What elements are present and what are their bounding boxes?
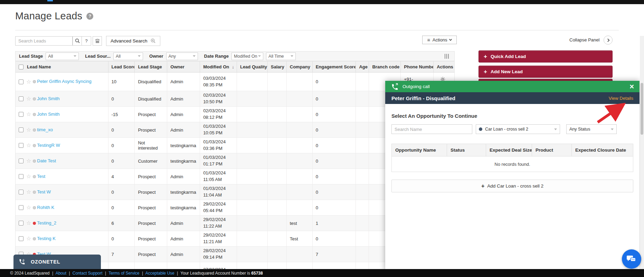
row-checkbox[interactable] — [19, 127, 23, 132]
col-branch-code[interactable]: Branch code — [369, 61, 401, 72]
search-button[interactable] — [73, 36, 82, 46]
actions-dropdown-button[interactable]: ≡ Actions — [422, 36, 457, 44]
scrollbar-thumb[interactable] — [641, 83, 643, 135]
search-leads-input[interactable] — [15, 36, 73, 46]
select-all-checkbox[interactable] — [19, 65, 23, 69]
col-owner[interactable]: Owner — [167, 61, 200, 72]
col-engagement-score[interactable]: Engagement Score — [313, 61, 356, 72]
star-icon[interactable]: ☆ — [26, 112, 31, 117]
lead-stage-cell: Prospect — [135, 122, 167, 137]
star-icon[interactable]: ☆ — [26, 96, 31, 102]
age-cell — [356, 73, 369, 91]
star-icon[interactable]: ☆ — [26, 220, 31, 226]
row-checkbox[interactable] — [19, 190, 23, 194]
col-lead-stage[interactable]: Lead Stage — [135, 61, 167, 72]
phone-icon — [18, 258, 25, 265]
scrollbar-track[interactable] — [640, 36, 644, 277]
company-cell: test — [287, 216, 313, 231]
engagement-score-cell: 0 — [313, 107, 356, 122]
star-icon[interactable]: ☆ — [26, 174, 31, 179]
col-age[interactable]: Age — [356, 61, 369, 72]
column-settings-icon[interactable] — [445, 54, 449, 59]
lead-name-link[interactable]: John Smith — [37, 96, 59, 102]
star-icon[interactable]: ☆ — [26, 236, 31, 241]
owner-cell: Admin — [167, 231, 200, 246]
lead-source-filter-label: Lead Sour... — [85, 54, 111, 59]
plus-icon: + — [484, 68, 487, 75]
owner-filter-select[interactable]: Any — [166, 52, 198, 60]
search-help-button[interactable]: ? — [82, 36, 91, 46]
col-lead-name[interactable]: Lead Name — [27, 64, 51, 69]
row-checkbox[interactable] — [19, 79, 23, 84]
age-cell — [356, 184, 369, 200]
chat-widget-button[interactable] — [622, 249, 641, 269]
salary-cell — [268, 231, 287, 246]
col-phone-number[interactable]: Phone Number — [401, 61, 434, 72]
company-cell — [287, 247, 313, 262]
opportunity-search-input[interactable] — [391, 124, 472, 134]
row-checkbox[interactable] — [19, 205, 23, 210]
star-icon[interactable]: ☆ — [26, 127, 31, 133]
footer-link-about[interactable]: About — [56, 271, 66, 276]
lead-name-link[interactable]: Test W — [37, 189, 51, 195]
footer-link-contact-support[interactable]: Contact Support — [73, 271, 103, 276]
star-icon[interactable]: ☆ — [26, 158, 31, 164]
close-icon[interactable]: × — [629, 83, 634, 90]
star-icon[interactable]: ☆ — [26, 189, 31, 195]
row-checkbox[interactable] — [19, 112, 23, 117]
collapse-panel-button[interactable] — [604, 36, 613, 45]
salary-cell — [268, 138, 287, 153]
col-salary[interactable]: Salary — [268, 61, 287, 72]
advanced-search-button[interactable]: Advanced Search — [106, 36, 160, 46]
star-icon[interactable]: ☆ — [26, 79, 31, 85]
row-checkbox[interactable] — [19, 96, 23, 101]
footer-link-acceptable-use[interactable]: Acceptable Use — [145, 271, 174, 276]
call-popup-header: Outgoing call × — [385, 81, 640, 92]
lead-name-link[interactable]: Testing_2 — [37, 220, 56, 226]
lead-name-link[interactable]: Test — [37, 173, 45, 180]
col-company[interactable]: Company — [287, 61, 313, 72]
row-checkbox[interactable] — [19, 143, 23, 148]
row-checkbox[interactable] — [19, 221, 23, 226]
sort-desc-icon[interactable]: ↓ — [232, 64, 234, 69]
row-checkbox[interactable] — [19, 236, 23, 241]
lead-name-link[interactable]: Peter Griffin Async Syncing — [37, 78, 91, 85]
add-opportunity-button[interactable]: + Add Car Loan - cross sell 2 — [391, 180, 633, 192]
company-cell — [287, 169, 313, 184]
help-icon[interactable]: ? — [86, 13, 93, 20]
lead-name-link[interactable]: Date Test — [37, 158, 56, 164]
footer-link-terms[interactable]: Terms of Service — [108, 271, 139, 276]
quick-add-lead-button[interactable]: + Quick Add Lead — [479, 50, 613, 63]
lead-name-link[interactable]: TestingR W — [37, 142, 60, 149]
engagement-score-cell: 0 — [313, 200, 356, 215]
salary-cell — [268, 247, 287, 262]
col-modified-on[interactable]: Modified On — [203, 64, 229, 69]
caret-icon — [258, 55, 261, 57]
date-range-select[interactable]: All Time — [266, 52, 296, 60]
lead-name-link[interactable]: Rohith K — [37, 204, 54, 211]
lead-stage-filter-select[interactable]: All — [46, 52, 79, 60]
caret-icon — [138, 55, 141, 57]
row-checkbox[interactable] — [19, 174, 23, 179]
lead-source-filter-select[interactable]: All — [113, 52, 143, 60]
star-icon[interactable]: ☆ — [26, 143, 31, 148]
ozonetel-widget[interactable]: OZONETEL — [13, 255, 101, 269]
date-field-select[interactable]: Modified On — [231, 52, 263, 60]
phone-directory-button[interactable] — [93, 36, 102, 46]
row-checkbox[interactable] — [19, 159, 23, 163]
star-icon[interactable]: ☆ — [26, 205, 31, 210]
lead-name-link[interactable]: John Smith — [37, 111, 59, 117]
salary-cell — [268, 184, 287, 200]
filter-bar: Lead Stage All Lead Sour... All Owner An… — [15, 51, 455, 61]
add-new-lead-button[interactable]: + Add New Lead — [479, 66, 613, 78]
modified-time: 11:21 AM — [203, 239, 222, 245]
col-lead-score[interactable]: Lead Score — [108, 61, 135, 72]
col-lead-quality[interactable]: Lead Quality — [237, 61, 268, 72]
owner-cell: Admin — [167, 107, 200, 122]
lead-name-link[interactable]: Testing K — [37, 236, 55, 242]
chat-bubbles-icon — [626, 254, 637, 264]
product-filter-select[interactable]: Car Loan - cross sell 2 — [476, 124, 560, 134]
lead-name-link[interactable]: time_xo — [37, 127, 53, 133]
status-filter-select[interactable]: Any Status — [566, 124, 617, 134]
view-details-link[interactable]: View Details — [609, 96, 633, 101]
